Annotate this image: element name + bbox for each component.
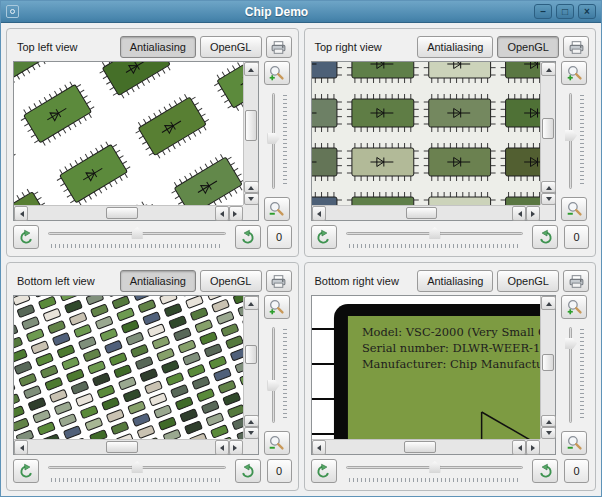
zoom-slider-handle[interactable] <box>268 380 280 391</box>
rotation-spinbox[interactable]: 0 <box>564 459 589 483</box>
rotate-slider-handle[interactable] <box>429 461 440 473</box>
print-button[interactable] <box>563 36 589 58</box>
scroll-up-button[interactable] <box>244 296 259 310</box>
zoom-slider[interactable] <box>561 325 587 425</box>
zoom-slider-handle[interactable] <box>565 338 577 349</box>
rotate-slider[interactable] <box>45 459 229 483</box>
scroll-right-button[interactable] <box>526 440 540 455</box>
scroll-right-button[interactable] <box>229 206 243 221</box>
scroll-down-button[interactable] <box>541 427 556 439</box>
window-menu-icon[interactable] <box>6 5 19 18</box>
zoom-slider-handle[interactable] <box>565 130 577 141</box>
graphics-view[interactable] <box>311 61 557 221</box>
rotate-slider[interactable] <box>45 225 229 249</box>
scroll-left-button-2[interactable] <box>215 206 229 221</box>
rotate-right-button[interactable] <box>532 225 558 249</box>
rotate-right-button[interactable] <box>235 459 261 483</box>
vertical-scrollbar[interactable] <box>243 62 258 205</box>
vertical-scroll-track[interactable] <box>244 310 258 415</box>
scroll-left-button-2[interactable] <box>512 440 526 455</box>
zoom-slider-handle[interactable] <box>268 133 280 144</box>
horizontal-scrollbar[interactable] <box>312 205 541 220</box>
close-button[interactable]: × <box>578 4 596 19</box>
rotate-left-button[interactable] <box>311 225 337 249</box>
rotate-left-button[interactable] <box>13 459 39 483</box>
rotate-slider-handle[interactable] <box>132 227 143 239</box>
scroll-up-button-2[interactable] <box>244 181 259 193</box>
zoom-out-button[interactable] <box>561 431 587 455</box>
vertical-scroll-track[interactable] <box>541 310 555 415</box>
opengl-toggle[interactable]: OpenGL <box>497 36 559 58</box>
minimize-button[interactable]: – <box>534 4 552 19</box>
rotate-slider-handle[interactable] <box>429 227 440 239</box>
rotate-left-button[interactable] <box>311 459 337 483</box>
zoom-slider[interactable] <box>264 325 290 425</box>
rotation-spinbox[interactable]: 0 <box>267 225 292 249</box>
scroll-up-button[interactable] <box>541 296 556 310</box>
rotation-spinbox[interactable]: 0 <box>564 225 589 249</box>
rotate-slider[interactable] <box>343 459 527 483</box>
vertical-scrollbar[interactable] <box>243 296 258 439</box>
scroll-left-button[interactable] <box>14 440 28 455</box>
horizontal-scroll-track[interactable] <box>28 206 215 220</box>
vertical-scroll-thumb[interactable] <box>542 118 554 139</box>
antialiasing-toggle[interactable]: Antialiasing <box>120 270 196 292</box>
print-button[interactable] <box>563 270 589 292</box>
rotate-slider-handle[interactable] <box>132 461 143 473</box>
scroll-up-button-2[interactable] <box>541 415 556 427</box>
horizontal-scroll-track[interactable] <box>28 440 215 454</box>
antialiasing-toggle[interactable]: Antialiasing <box>417 270 493 292</box>
antialiasing-toggle[interactable]: Antialiasing <box>417 36 493 58</box>
opengl-toggle[interactable]: OpenGL <box>497 270 559 292</box>
scroll-up-button-2[interactable] <box>541 181 556 193</box>
graphics-view[interactable] <box>13 295 259 455</box>
scroll-down-button[interactable] <box>541 193 556 205</box>
scroll-left-button-2[interactable] <box>215 440 229 455</box>
rotation-spinbox[interactable]: 0 <box>267 459 292 483</box>
antialiasing-toggle[interactable]: Antialiasing <box>120 36 196 58</box>
zoom-in-button[interactable] <box>561 295 587 319</box>
maximize-button[interactable]: □ <box>556 4 574 19</box>
horizontal-scrollbar[interactable] <box>312 439 541 454</box>
scroll-right-button[interactable] <box>229 440 243 455</box>
vertical-scrollbar[interactable] <box>540 62 555 205</box>
scroll-down-button[interactable] <box>244 427 259 439</box>
horizontal-scroll-thumb[interactable] <box>106 441 138 453</box>
opengl-toggle[interactable]: OpenGL <box>200 36 262 58</box>
rotate-right-button[interactable] <box>235 225 261 249</box>
horizontal-scrollbar[interactable] <box>14 439 243 454</box>
scroll-up-button[interactable] <box>541 62 556 76</box>
zoom-in-button[interactable] <box>561 61 587 85</box>
scroll-up-button[interactable] <box>244 62 259 76</box>
zoom-out-button[interactable] <box>264 197 290 221</box>
rotate-right-button[interactable] <box>532 459 558 483</box>
vertical-scroll-thumb[interactable] <box>542 354 554 371</box>
vertical-scroll-thumb[interactable] <box>245 110 257 142</box>
zoom-out-button[interactable] <box>561 197 587 221</box>
scroll-left-button-2[interactable] <box>512 206 526 221</box>
rotate-slider[interactable] <box>343 225 527 249</box>
zoom-in-button[interactable] <box>264 61 290 85</box>
horizontal-scrollbar[interactable] <box>14 205 243 220</box>
graphics-view[interactable]: Model: VSC-2000 (Very Small Chip) at 9Se… <box>311 295 557 455</box>
zoom-out-button[interactable] <box>264 431 290 455</box>
horizontal-scroll-track[interactable] <box>326 206 513 220</box>
print-button[interactable] <box>266 270 292 292</box>
horizontal-scroll-track[interactable] <box>326 440 513 454</box>
vertical-scroll-track[interactable] <box>541 76 555 181</box>
vertical-scrollbar[interactable] <box>540 296 555 439</box>
print-button[interactable] <box>266 36 292 58</box>
scroll-up-button-2[interactable] <box>244 415 259 427</box>
horizontal-scroll-thumb[interactable] <box>404 441 436 453</box>
scroll-down-button[interactable] <box>244 193 259 205</box>
scroll-left-button[interactable] <box>312 440 326 455</box>
vertical-scroll-track[interactable] <box>244 76 258 181</box>
horizontal-scroll-thumb[interactable] <box>406 207 438 219</box>
graphics-view[interactable] <box>13 61 259 221</box>
zoom-slider[interactable] <box>561 91 587 191</box>
opengl-toggle[interactable]: OpenGL <box>200 270 262 292</box>
zoom-in-button[interactable] <box>264 295 290 319</box>
vertical-scroll-thumb[interactable] <box>245 345 257 364</box>
scroll-left-button[interactable] <box>312 206 326 221</box>
scroll-right-button[interactable] <box>526 206 540 221</box>
